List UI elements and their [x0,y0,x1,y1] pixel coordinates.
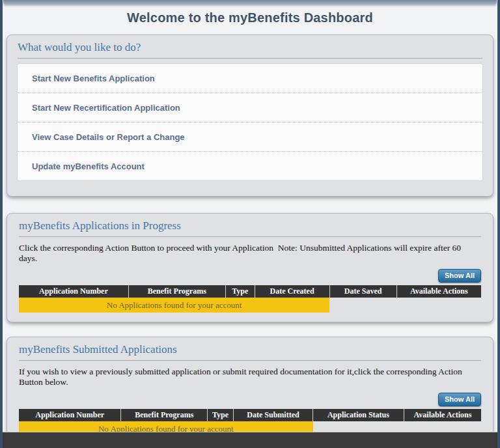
column-header-benefit-programs: Benefit Programs [128,285,225,298]
column-header-type: Type [225,285,255,298]
footer-bar [3,432,497,448]
link-start-new-benefits-application[interactable]: Start New Benefits Application [18,64,482,92]
column-header-available-actions: Available Actions [396,285,481,298]
in-progress-description: Click the corresponding Action Button to… [19,243,481,264]
actions-list: Start New Benefits Application Start New… [18,64,482,180]
empty-cell [329,298,396,313]
in-progress-empty-row: No Applications found for your account [19,298,481,313]
empty-cell [396,298,481,313]
column-header-available-actions: Available Actions [404,409,481,421]
column-header-application-status: Application Status [313,409,404,421]
submitted-table-header-row: Application Number Benefit Programs Type… [19,409,481,421]
column-header-benefit-programs: Benefit Programs [121,409,208,421]
submitted-panel-title: myBenefits Submitted Applications [19,337,481,361]
in-progress-panel-title: myBenefits Applications in Progress [19,214,481,237]
no-applications-message: No Applications found for your account [19,298,329,313]
link-start-new-recertification-application[interactable]: Start New Recertification Application [18,92,482,122]
show-all-button-submitted[interactable]: Show All [438,393,481,406]
show-all-button-in-progress[interactable]: Show All [438,269,481,283]
submitted-panel: myBenefits Submitted Applications If you… [7,337,493,446]
in-progress-panel: myBenefits Applications in Progress Clic… [7,213,493,322]
actions-panel-title: What would you like to do? [18,35,482,59]
submitted-button-row: Show All [19,393,481,406]
top-header-shadow [3,0,497,5]
page-title: Welcome to the myBenefits Dashboard [3,10,497,25]
in-progress-button-row: Show All [19,269,481,283]
column-header-application-number: Application Number [19,409,121,421]
in-progress-table-header-row: Application Number Benefit Programs Type… [19,285,481,298]
link-update-mybenefits-account[interactable]: Update myBenefits Account [18,151,482,180]
column-header-date-submitted: Date Submitted [233,409,312,421]
column-header-type: Type [208,409,234,421]
column-header-date-created: Date Created [255,285,329,298]
submitted-description: If you wish to view a previously submitt… [19,367,481,387]
column-header-application-number: Application Number [19,285,128,298]
in-progress-table: Application Number Benefit Programs Type… [19,285,481,313]
actions-panel: What would you like to do? Start New Ben… [7,35,493,197]
column-header-date-saved: Date Saved [329,285,396,298]
dashboard-page: Welcome to the myBenefits Dashboard What… [0,0,500,448]
link-view-case-details-or-report-change[interactable]: View Case Details or Report a Change [18,122,482,151]
